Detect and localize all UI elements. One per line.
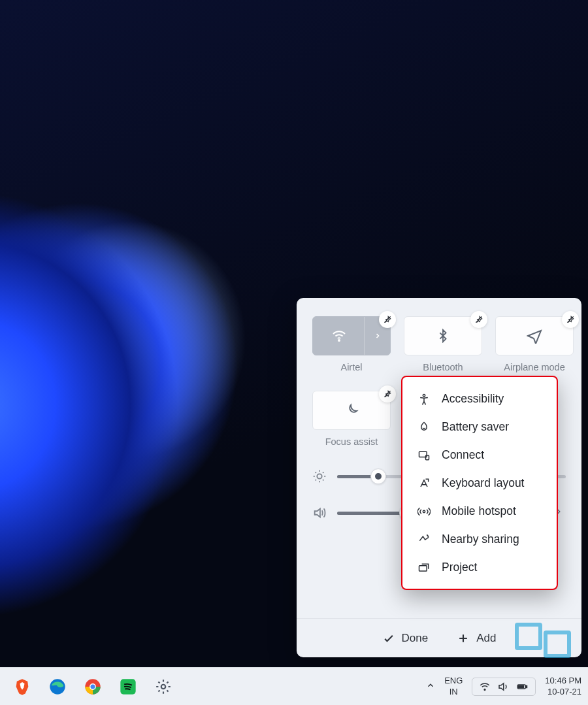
- tile-bluetooth: Bluetooth: [404, 316, 482, 372]
- add-item-nearby-sharing[interactable]: Nearby sharing: [402, 525, 557, 553]
- tile-row-1: Airtel Bluetooth Airplane mode: [312, 316, 566, 372]
- tile-focus-assist: Focus assist: [312, 391, 391, 447]
- language-indicator[interactable]: ENG IN: [444, 676, 463, 697]
- lang-bottom: IN: [444, 687, 463, 697]
- svg-point-9: [423, 510, 425, 512]
- taskbar-app-chrome[interactable]: [78, 672, 107, 701]
- add-item-label: Keyboard layout: [442, 476, 524, 490]
- taskbar-app-spotify[interactable]: [114, 672, 142, 701]
- taskbar-apps: [0, 672, 178, 701]
- add-item-label: Project: [442, 561, 477, 574]
- tile-label: Airtel: [312, 362, 391, 372]
- svg-rect-20: [519, 685, 524, 687]
- done-button[interactable]: Done: [382, 632, 429, 645]
- keyboard-layout-icon: [417, 477, 431, 490]
- unpin-icon: [474, 315, 483, 324]
- add-item-project[interactable]: Project: [402, 553, 557, 582]
- battery-saver-icon: [417, 421, 431, 434]
- check-icon: [382, 632, 395, 645]
- add-item-connect[interactable]: Connect: [402, 441, 557, 469]
- svg-point-0: [338, 340, 340, 341]
- clock-date: 10-07-21: [545, 687, 581, 697]
- unpin-icon: [566, 315, 575, 324]
- unpin-icon: [383, 315, 392, 324]
- svg-point-16: [161, 684, 166, 689]
- add-item-label: Mobile hotspot: [442, 504, 516, 518]
- add-item-label: Nearby sharing: [442, 533, 519, 546]
- taskbar-app-settings[interactable]: [149, 672, 178, 701]
- watermark: GADGETS TO USE: [506, 623, 584, 666]
- add-item-accessibility[interactable]: Accessibility: [402, 385, 557, 413]
- add-item-mobile-hotspot[interactable]: Mobile hotspot: [402, 497, 557, 525]
- svg-point-11: [50, 679, 65, 694]
- volume-icon: [497, 681, 509, 693]
- svg-point-14: [91, 684, 95, 689]
- project-icon: [417, 561, 431, 574]
- add-item-label: Battery saver: [442, 420, 509, 434]
- unpin-airplane-button[interactable]: [562, 311, 579, 328]
- add-item-keyboard-layout[interactable]: Keyboard layout: [402, 469, 557, 497]
- add-label: Add: [476, 632, 496, 645]
- taskbar-app-brave[interactable]: [8, 672, 37, 701]
- taskbar-app-edge[interactable]: [43, 672, 72, 701]
- tile-label: Bluetooth: [404, 362, 482, 372]
- unpin-wifi-button[interactable]: [379, 311, 396, 328]
- svg-point-17: [484, 689, 485, 690]
- show-hidden-icons-button[interactable]: [426, 681, 435, 693]
- add-item-label: Connect: [442, 448, 484, 462]
- lang-top: ENG: [444, 676, 463, 686]
- clock-time: 10:46 PM: [545, 676, 581, 686]
- mobile-hotspot-icon: [417, 505, 431, 518]
- add-button[interactable]: Add: [457, 632, 496, 645]
- connect-icon: [417, 449, 431, 462]
- volume-icon: [312, 506, 327, 520]
- airplane-icon: [527, 328, 542, 344]
- done-label: Done: [402, 632, 429, 645]
- taskbar: ENG IN 10:46 PM 10-07-21: [0, 667, 588, 705]
- chevron-right-icon: [374, 332, 382, 340]
- unpin-bluetooth-button[interactable]: [470, 311, 487, 328]
- svg-rect-10: [419, 565, 427, 570]
- chevron-up-icon: [426, 681, 435, 690]
- svg-rect-19: [526, 685, 527, 687]
- wifi-icon: [331, 328, 347, 344]
- wifi-icon: [479, 681, 491, 693]
- tile-label: Focus assist: [312, 436, 391, 447]
- moon-icon: [344, 403, 359, 418]
- add-item-label: Accessibility: [442, 392, 504, 406]
- plus-icon: [457, 632, 470, 645]
- add-quick-setting-menu: Accessibility Battery saver Connect Keyb…: [401, 376, 558, 590]
- svg-rect-8: [426, 455, 429, 460]
- taskbar-right: ENG IN 10:46 PM 10-07-21: [426, 676, 588, 697]
- unpin-icon: [383, 389, 392, 399]
- add-item-battery-saver[interactable]: Battery saver: [402, 413, 557, 441]
- battery-icon: [515, 681, 529, 693]
- nearby-sharing-icon: [417, 533, 431, 546]
- unpin-focus-assist-button[interactable]: [379, 385, 396, 402]
- tile-airplane: Airplane mode: [495, 316, 574, 372]
- brightness-icon: [312, 469, 327, 484]
- tile-wifi: Airtel: [312, 316, 391, 372]
- system-tray[interactable]: [472, 678, 536, 696]
- svg-point-5: [317, 474, 321, 478]
- accessibility-icon: [417, 393, 431, 406]
- svg-point-6: [423, 394, 425, 396]
- taskbar-clock[interactable]: 10:46 PM 10-07-21: [545, 676, 581, 697]
- bluetooth-icon: [436, 329, 450, 343]
- tile-label: Airplane mode: [495, 362, 574, 372]
